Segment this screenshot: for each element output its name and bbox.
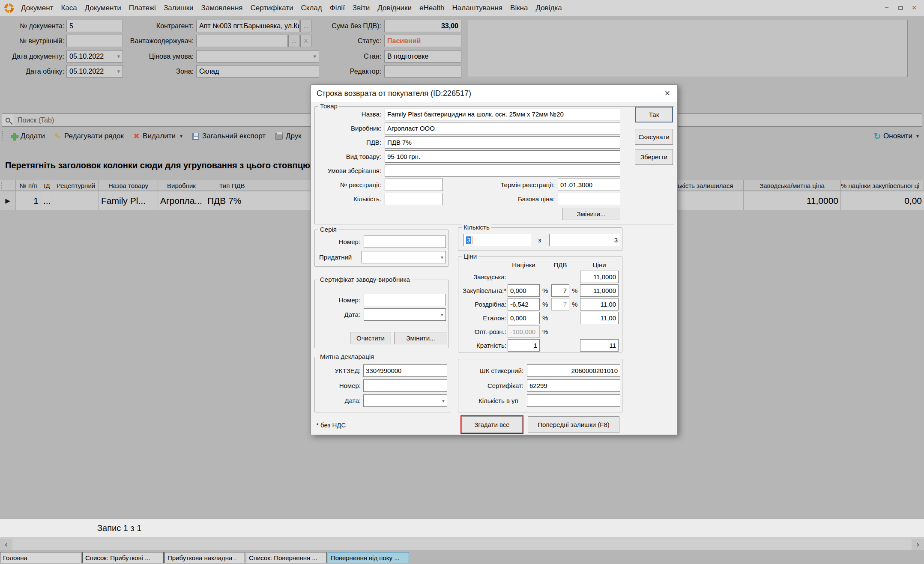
- recall-all-button[interactable]: Згадати все: [461, 416, 523, 433]
- price-condition-label: Цінова умова:: [99, 50, 194, 63]
- menu-item-certificates[interactable]: Сертифікати: [246, 0, 297, 16]
- cell-id: ...: [41, 191, 53, 210]
- kind-field[interactable]: 95-100 грн.: [385, 150, 620, 163]
- cell-producer: Агропла...: [158, 191, 205, 210]
- etalon-price-field[interactable]: 11,00: [580, 312, 619, 324]
- quantity-field[interactable]: [385, 193, 443, 205]
- registration-field[interactable]: [385, 179, 443, 191]
- group-by-hint: Перетягніть заголовок колонки сюди для у…: [5, 161, 310, 170]
- tab-main[interactable]: Головна: [0, 552, 81, 563]
- col-num[interactable]: № п/п: [16, 180, 41, 191]
- qty-pack-field[interactable]: [527, 394, 620, 407]
- customs-date-select[interactable]: [363, 394, 447, 407]
- cert-date-select[interactable]: [364, 308, 446, 321]
- tab-returns-list[interactable]: Список: Повернення ...: [246, 552, 327, 563]
- col-factory-price[interactable]: Заводська/митна ціна: [744, 180, 841, 191]
- menu-item-orders[interactable]: Замовлення: [197, 0, 247, 16]
- counterparty-field[interactable]: Апт №003 пгт.Барышевка, ул.Киев: [196, 20, 299, 32]
- delete-button[interactable]: ✖Видалити▾: [130, 131, 186, 141]
- change-cert-button[interactable]: Змінити...: [394, 332, 447, 344]
- print-button[interactable]: Друк: [272, 132, 305, 140]
- uktzed-field[interactable]: 3304990000: [363, 364, 447, 377]
- add-button[interactable]: Додати: [7, 132, 48, 140]
- menu-item-kasa[interactable]: Каса: [57, 0, 81, 16]
- purchase-markup-input[interactable]: 0,000: [508, 284, 540, 297]
- retail-markup-input[interactable]: -6,542: [508, 298, 540, 310]
- grid-footer: Запис 1 з 1: [0, 518, 924, 537]
- scroll-right-icon[interactable]: ›: [912, 539, 924, 550]
- scroll-left-icon[interactable]: ‹: [0, 539, 12, 550]
- toolbar-grip[interactable]: [2, 131, 5, 141]
- series-number-field[interactable]: [364, 236, 446, 248]
- base-price-field[interactable]: [558, 193, 620, 205]
- menu-item-reports[interactable]: Звіти: [349, 0, 374, 16]
- edit-row-button[interactable]: ✎Редагувати рядок: [51, 131, 127, 141]
- consignee-field[interactable]: [196, 35, 287, 47]
- menu-item-warehouse[interactable]: Склад: [297, 0, 326, 16]
- etalon-markup-input[interactable]: 0,000: [508, 312, 540, 324]
- col-producer[interactable]: Виробник: [158, 180, 205, 191]
- quantity-input[interactable]: 3: [463, 234, 531, 246]
- reg-term-field[interactable]: 01.01.3000: [558, 179, 620, 191]
- minimize-icon[interactable]: [881, 3, 892, 12]
- series-valid-select[interactable]: [362, 251, 446, 263]
- menu-item-balances[interactable]: Залишки: [160, 0, 197, 16]
- col-id[interactable]: ІД: [41, 180, 53, 191]
- cancel-button[interactable]: Скасувати: [635, 129, 673, 145]
- change-product-button[interactable]: Змінити...: [562, 208, 620, 220]
- horizontal-scrollbar[interactable]: ‹ ›: [0, 538, 924, 550]
- percent-sign: %: [542, 298, 548, 310]
- return-line-dialog: Строка возврата от покупателя (ID:226517…: [311, 84, 678, 435]
- col-marker: [0, 180, 16, 191]
- menu-item-documents[interactable]: Документи: [81, 0, 125, 16]
- customs-number-field[interactable]: [363, 379, 447, 392]
- cell-num: 1: [16, 191, 41, 210]
- refresh-button[interactable]: ↻ Оновити▾: [873, 129, 919, 143]
- prev-balances-button[interactable]: Попередні залишки (F8): [528, 416, 619, 433]
- close-icon[interactable]: ×: [662, 88, 673, 99]
- vat-field[interactable]: ПДВ 7%: [385, 136, 620, 149]
- producer-field[interactable]: Агропласт ООО: [385, 122, 620, 134]
- name-field[interactable]: Family Plast бактерицидни на шолк. осн. …: [385, 108, 620, 120]
- tab-return-from-buyer[interactable]: Повернення від поку ...: [328, 552, 409, 563]
- col-qty-left[interactable]: ькість залишилася: [678, 180, 744, 191]
- consignee-browse-button[interactable]: ...: [288, 35, 299, 47]
- col-markup-pct[interactable]: % націнки закупівельної ці: [841, 180, 924, 191]
- sticker-cert-field[interactable]: 62299: [527, 379, 620, 392]
- retail-price-field[interactable]: 11,00: [580, 298, 619, 310]
- menu-item-payments[interactable]: Платежі: [125, 0, 160, 16]
- menu-item-help[interactable]: Довідка: [532, 0, 565, 16]
- menu-item-settings[interactable]: Налаштування: [449, 0, 507, 16]
- col-vat[interactable]: Тип ПДВ: [205, 180, 259, 191]
- factory-price-field[interactable]: 11,0000: [580, 271, 619, 283]
- col-name[interactable]: Назва товару: [99, 180, 158, 191]
- menu-item-directories[interactable]: Довідники: [374, 0, 416, 16]
- menu-item-windows[interactable]: Вікна: [506, 0, 532, 16]
- reg-term-label: Термін реєстрації:: [478, 179, 555, 191]
- close-icon[interactable]: [909, 3, 920, 12]
- clear-cert-button[interactable]: Очистити: [350, 332, 391, 344]
- purchase-price-field[interactable]: 11,0000: [580, 284, 619, 297]
- col-receipt[interactable]: Рецептурний: [53, 180, 99, 191]
- counterparty-label: Контрагент:: [99, 20, 194, 32]
- factory-cert-group: Сертифікат заводу-виробника Номер: Дата:…: [314, 280, 449, 348]
- tab-income-list[interactable]: Список: Прибуткові ...: [82, 552, 164, 563]
- export-button[interactable]: Загальний експорт: [188, 132, 269, 140]
- purchase-vat-input[interactable]: 7: [551, 284, 569, 297]
- tab-income-invoice[interactable]: Прибуткова накладна .: [164, 552, 245, 563]
- menu-item-document[interactable]: Документ: [17, 0, 57, 16]
- shk-field[interactable]: 2060000201010: [527, 364, 620, 377]
- storage-field[interactable]: [385, 164, 620, 177]
- menu-item-ehealth[interactable]: eHealth: [416, 0, 449, 16]
- restore-icon[interactable]: [895, 3, 906, 12]
- zone-label: Зона:: [99, 65, 194, 78]
- cert-number-field[interactable]: [364, 294, 446, 306]
- multiplicity-price-field[interactable]: 11: [580, 339, 619, 352]
- dialog-title: Строка возврата от покупателя (ID:226517…: [317, 89, 471, 98]
- multiplicity-input[interactable]: 1: [508, 339, 540, 352]
- ok-button[interactable]: Так: [635, 107, 673, 122]
- menu-item-branches[interactable]: Філії: [326, 0, 349, 16]
- factory-price-label: Заводська:: [458, 271, 506, 283]
- search-button[interactable]: [2, 114, 14, 126]
- save-button[interactable]: Зберегти: [635, 149, 673, 165]
